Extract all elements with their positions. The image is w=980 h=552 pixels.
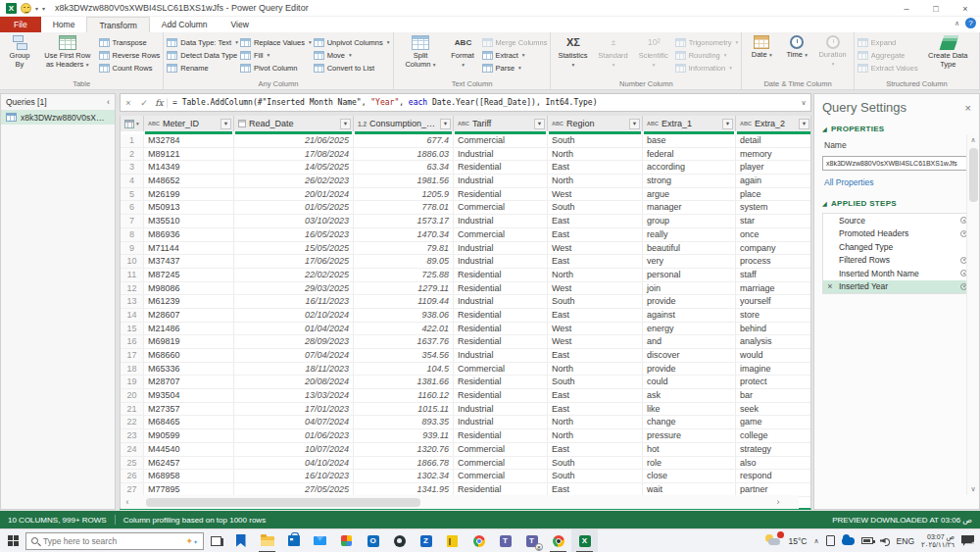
table-cell[interactable]: marriage bbox=[736, 282, 811, 295]
select-all-corner[interactable]: ▾ bbox=[121, 116, 144, 131]
table-cell[interactable]: strong bbox=[643, 175, 736, 187]
table-cell[interactable]: process bbox=[736, 255, 811, 268]
table-cell[interactable]: really bbox=[643, 228, 736, 241]
table-cell[interactable]: North bbox=[548, 416, 643, 428]
table-cell[interactable]: Residential bbox=[454, 282, 548, 295]
create-data-type-button[interactable]: Create Data Type bbox=[920, 34, 976, 70]
replace-values-button[interactable]: Replace Values▾ bbox=[240, 36, 312, 48]
table-cell[interactable]: group bbox=[643, 215, 736, 227]
column-header-extra_1[interactable]: ABCExtra_1▼ bbox=[643, 116, 736, 131]
table-cell[interactable]: Commercial bbox=[454, 201, 548, 214]
table-cell[interactable]: M77895 bbox=[144, 483, 234, 496]
table-cell[interactable]: M32784 bbox=[144, 134, 234, 147]
table-cell[interactable]: 16/10/2023 bbox=[234, 470, 354, 482]
table-cell[interactable]: Industrial bbox=[454, 403, 548, 416]
detect-data-type-button[interactable]: Detect Data Type bbox=[167, 49, 238, 61]
table-cell[interactable]: 16/11/2023 bbox=[234, 295, 354, 308]
column-header-read_date[interactable]: Read_Date▼ bbox=[234, 116, 354, 131]
table-cell[interactable]: Industrial bbox=[454, 148, 548, 161]
table-cell[interactable]: Industrial bbox=[454, 295, 548, 308]
table-cell[interactable]: star bbox=[736, 215, 811, 227]
table-cell[interactable]: Commercial bbox=[454, 457, 548, 470]
table-cell[interactable]: M27357 bbox=[144, 403, 234, 416]
collapse-ribbon-icon[interactable]: ∧ bbox=[955, 20, 959, 27]
table-cell[interactable]: join bbox=[643, 282, 736, 295]
table-cell[interactable]: once bbox=[736, 228, 811, 241]
table-cell[interactable]: North bbox=[548, 363, 643, 376]
table-cell[interactable]: 27/05/2025 bbox=[234, 483, 354, 496]
pivot-column-button[interactable]: Pivot Column bbox=[240, 62, 312, 74]
table-cell[interactable]: like bbox=[643, 403, 736, 416]
table-cell[interactable]: memory bbox=[736, 148, 811, 161]
table-cell[interactable]: ask bbox=[643, 389, 736, 402]
table-cell[interactable]: 26/02/2023 bbox=[234, 175, 354, 187]
rename-button[interactable]: Rename bbox=[167, 62, 238, 74]
table-cell[interactable]: 938.06 bbox=[354, 309, 454, 322]
task-view-button[interactable] bbox=[204, 536, 227, 546]
table-cell[interactable]: energy bbox=[643, 323, 736, 335]
tab-view[interactable]: View bbox=[220, 17, 261, 32]
mail-taskbar-button[interactable] bbox=[307, 529, 333, 552]
table-cell[interactable]: M26199 bbox=[144, 188, 234, 201]
applied-step-source[interactable]: Source bbox=[823, 214, 970, 227]
table-cell[interactable]: 79.81 bbox=[354, 242, 454, 255]
table-cell[interactable]: respond bbox=[736, 470, 811, 482]
close-button[interactable]: × bbox=[951, 0, 980, 17]
filter-dropdown-icon[interactable]: ▼ bbox=[440, 119, 451, 129]
table-cell[interactable]: 1470.34 bbox=[354, 228, 454, 241]
table-cell[interactable]: West bbox=[548, 242, 643, 255]
profiling-info[interactable]: Column profiling based on top 1000 rows bbox=[116, 516, 273, 525]
taskbar-search[interactable]: ✦✦ bbox=[25, 532, 204, 550]
table-cell[interactable]: 13/03/2024 bbox=[234, 389, 354, 402]
file-explorer-taskbar-button[interactable] bbox=[254, 529, 280, 552]
table-cell[interactable]: 02/10/2024 bbox=[234, 309, 354, 322]
table-cell[interactable]: 18/11/2023 bbox=[234, 363, 354, 376]
show-hidden-icons-icon[interactable]: ∧ bbox=[813, 537, 818, 545]
table-cell[interactable]: Commercial bbox=[454, 134, 548, 147]
table-cell[interactable]: 17/06/2025 bbox=[234, 255, 354, 268]
transpose-button[interactable]: Transpose bbox=[99, 36, 161, 48]
table-cell[interactable]: very bbox=[643, 255, 736, 268]
table-cell[interactable]: 1381.66 bbox=[354, 376, 454, 388]
table-cell[interactable]: M89121 bbox=[144, 148, 234, 161]
column-header-region[interactable]: ABCRegion▼ bbox=[548, 116, 643, 131]
table-cell[interactable]: 1320.76 bbox=[354, 443, 454, 456]
table-cell[interactable]: 10/07/2024 bbox=[234, 443, 354, 456]
table-cell[interactable]: South bbox=[548, 457, 643, 470]
table-cell[interactable]: 01/06/2023 bbox=[234, 429, 354, 442]
all-properties-link[interactable]: All Properties bbox=[824, 177, 874, 187]
table-cell[interactable]: M28707 bbox=[144, 376, 234, 388]
column-header-tariff[interactable]: ABCTariff▼ bbox=[454, 116, 548, 131]
language-indicator[interactable]: ENG bbox=[897, 536, 914, 546]
table-cell[interactable]: provide bbox=[643, 295, 736, 308]
smiley-feedback-icon[interactable] bbox=[21, 3, 31, 14]
clock[interactable]: 03:07 ص ٢٠٢٥/١١/٢٦ bbox=[921, 533, 955, 549]
table-cell[interactable]: West bbox=[548, 335, 643, 348]
scroll-right-icon[interactable]: › bbox=[771, 497, 785, 507]
table-cell[interactable]: Residential bbox=[454, 188, 548, 201]
dark-round-app-taskbar-button[interactable] bbox=[386, 529, 413, 552]
table-cell[interactable]: Residential bbox=[454, 429, 548, 442]
table-cell[interactable]: M62457 bbox=[144, 457, 234, 470]
query-list-item[interactable]: x8k3DWzw880V0sXWBI4SLC61BXS1wJfs bbox=[1, 110, 115, 125]
column-header-consumption_kwh[interactable]: 1.2Consumption_kwh▼ bbox=[354, 116, 454, 131]
table-cell[interactable]: 893.35 bbox=[354, 416, 454, 428]
table-cell[interactable]: 01/04/2024 bbox=[234, 323, 354, 335]
scroll-up-icon[interactable]: ∧ bbox=[967, 134, 979, 146]
filter-dropdown-icon[interactable]: ▼ bbox=[220, 119, 231, 129]
format-button[interactable]: ABCFormat ▾ bbox=[447, 34, 480, 70]
scroll-left-icon[interactable]: ‹ bbox=[121, 497, 134, 507]
table-cell[interactable]: Commercial bbox=[454, 228, 548, 241]
table-cell[interactable]: East bbox=[548, 403, 643, 416]
table-cell[interactable]: M68465 bbox=[144, 416, 234, 428]
table-cell[interactable]: Residential bbox=[454, 269, 548, 281]
table-cell[interactable]: provide bbox=[643, 363, 736, 376]
table-cell[interactable]: East bbox=[548, 215, 643, 227]
table-cell[interactable]: M71144 bbox=[144, 242, 234, 255]
table-cell[interactable]: again bbox=[736, 175, 811, 187]
volume-icon[interactable] bbox=[880, 536, 890, 545]
table-cell[interactable]: M93504 bbox=[144, 389, 234, 402]
table-cell[interactable]: Industrial bbox=[454, 349, 548, 362]
table-cell[interactable]: role bbox=[643, 457, 736, 470]
table-cell[interactable]: South bbox=[548, 470, 643, 482]
